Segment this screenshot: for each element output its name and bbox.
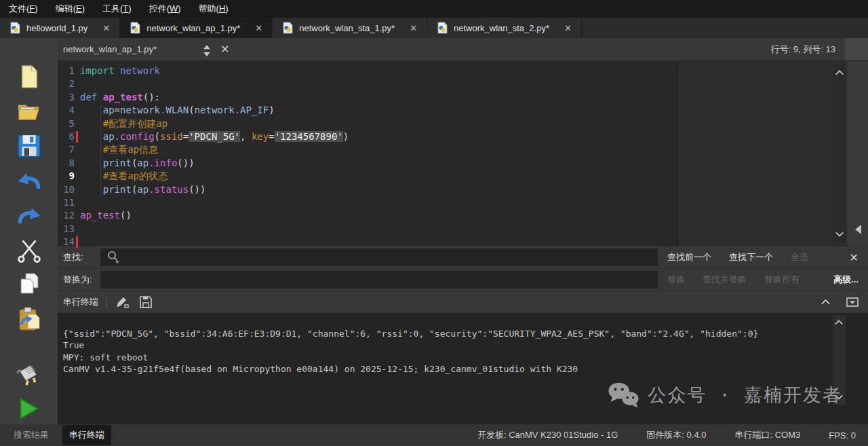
watermark-text: 公众号 · 嘉楠开发者 <box>648 383 842 407</box>
code-text: print(ap.info()) <box>80 157 195 170</box>
panel-expander-strip <box>847 61 868 246</box>
tab-close-icon[interactable]: ✕ <box>102 23 110 33</box>
serial-terminal-title: 串行终端 <box>58 296 98 308</box>
menu-item-t[interactable]: 工具(T) <box>94 3 140 15</box>
line-number: 13 <box>58 223 75 236</box>
serial-terminal-output[interactable]: {"ssid":"PDCN_5G", "bssid":34:A6:EF:E3:D… <box>58 313 868 424</box>
code-line: 13 <box>58 223 677 236</box>
clear-terminal-icon[interactable] <box>115 295 130 310</box>
code-line: 8 print(ap.info()) <box>58 157 677 170</box>
content-column: network_wlan_ap_1.py* ✕ 行号: 9, 列号: 13 1i… <box>58 38 868 424</box>
close-file-icon[interactable]: ✕ <box>220 43 229 56</box>
collapse-terminal-icon[interactable] <box>818 295 833 310</box>
tab-close-icon[interactable]: ✕ <box>564 23 572 33</box>
copy-icon[interactable] <box>15 272 43 297</box>
replace-input[interactable] <box>100 271 658 289</box>
redo-icon[interactable] <box>15 202 43 228</box>
code-line: 7 #查看ap信息 <box>58 143 677 156</box>
tab-network_wlan_sta_2py[interactable]: network_wlan_sta_2.py*✕ <box>427 18 582 38</box>
run-icon[interactable] <box>15 396 43 422</box>
undo-icon[interactable] <box>15 168 43 193</box>
open-file-selector[interactable]: network_wlan_ap_1.py* <box>63 44 203 54</box>
scroll-up-icon[interactable] <box>834 318 844 328</box>
code-text: ap.config(ssid='PDCN_5G', key='123456789… <box>80 130 349 143</box>
find-label: 查找: <box>58 251 100 263</box>
code-line: 11 <box>58 196 677 209</box>
line-number: 1 <box>58 64 75 77</box>
replace-button: 替换 <box>667 274 685 286</box>
menu-item-w[interactable]: 控件(W) <box>140 3 190 15</box>
replace-button: 替换所有 <box>764 274 800 286</box>
replace-row: 替换为: 替换查找并替换替换所有高级... <box>58 268 868 291</box>
terminal-line: CanMV v1.4-35-g21f5e4f(based on Micropyt… <box>63 363 868 375</box>
terminal-line: MPY: soft reboot <box>63 352 868 363</box>
menu-item-f[interactable]: 文件(F) <box>0 3 47 15</box>
find-button[interactable]: 查找下一个 <box>729 251 773 263</box>
code-line: 10 print(ap.status()) <box>58 183 677 196</box>
expand-panel-arrow-icon[interactable] <box>854 224 862 235</box>
wechat-icon <box>607 381 641 409</box>
replace-label: 替换为: <box>58 274 100 286</box>
editor-area: 1import network23def ap_test():4 ap=netw… <box>58 61 868 246</box>
line-number: 8 <box>58 157 75 170</box>
find-input[interactable] <box>100 248 658 266</box>
menu-item-e[interactable]: 编辑(E) <box>47 3 94 15</box>
scroll-down-icon[interactable] <box>835 228 844 240</box>
status-串行端口: 串行端口: COM3 <box>734 429 800 441</box>
line-col-indicator: 行号: 9, 列号: 13 <box>771 43 835 56</box>
python-file-icon <box>130 22 140 34</box>
code-line: 6 ap.config(ssid='PDCN_5G', key='1234567… <box>58 130 677 143</box>
advanced-button[interactable]: 高级... <box>833 274 859 286</box>
tab-bar: helloworld_1.py✕network_wlan_ap_1.py*✕ne… <box>0 18 868 38</box>
open-folder-icon[interactable] <box>15 98 43 124</box>
line-number: 3 <box>58 91 75 104</box>
line-number: 2 <box>58 77 75 90</box>
bottom-tab-串行终端[interactable]: 串行终端 <box>62 425 111 445</box>
code-line: 14 <box>58 236 677 248</box>
tab-network_wlan_sta_1py[interactable]: network_wlan_sta_1.py*✕ <box>273 18 427 38</box>
code-text: #配置并创建ap <box>80 117 167 130</box>
bottom-panel-tabs: 搜索结果串行终端 <box>0 425 111 445</box>
menu-item-h[interactable]: 帮助(H) <box>190 3 237 15</box>
change-marker <box>76 131 78 143</box>
find-close-icon[interactable]: ✕ <box>850 251 859 264</box>
save-log-icon[interactable] <box>138 295 153 310</box>
search-options-icon[interactable] <box>106 250 122 264</box>
code-line: 2 <box>58 77 677 90</box>
line-number: 10 <box>58 183 75 196</box>
connect-icon[interactable] <box>15 361 43 387</box>
main-area: network_wlan_ap_1.py* ✕ 行号: 9, 列号: 13 1i… <box>0 38 868 424</box>
file-selector-spinner-icon[interactable] <box>203 44 211 55</box>
find-buttons-row2: 替换查找并替换替换所有高级... <box>658 274 868 286</box>
restore-terminal-icon[interactable] <box>845 295 860 310</box>
new-file-icon[interactable] <box>15 64 43 90</box>
find-button[interactable]: 查找前一个 <box>667 251 711 263</box>
save-icon[interactable] <box>15 133 43 159</box>
code-line: 4 ap=network.WLAN(network.AP_IF) <box>58 104 677 117</box>
editor-header: network_wlan_ap_1.py* ✕ 行号: 9, 列号: 13 <box>58 38 868 61</box>
tab-close-icon[interactable]: ✕ <box>255 23 262 33</box>
tab-helloworld_1py[interactable]: helloworld_1.py✕ <box>0 18 120 38</box>
header-corner <box>845 38 868 60</box>
bottom-tab-搜索结果[interactable]: 搜索结果 <box>7 425 56 445</box>
cut-icon[interactable] <box>15 237 43 263</box>
tab-close-icon[interactable]: ✕ <box>410 23 417 33</box>
line-number: 9 <box>58 170 75 183</box>
code-text: print(ap.status()) <box>80 183 205 196</box>
tab-label: network_wlan_ap_1.py* <box>146 23 240 33</box>
preview-scrollbar[interactable] <box>833 64 846 243</box>
terminal-window-controls <box>806 295 860 310</box>
line-number: 6 <box>58 130 75 143</box>
line-number: 7 <box>58 143 75 156</box>
scroll-up-icon[interactable] <box>835 67 844 79</box>
tab-network_wlan_ap_1py[interactable]: network_wlan_ap_1.py*✕ <box>120 18 273 38</box>
code-text: ap_test() <box>80 209 132 222</box>
find-button: 全选 <box>791 251 808 263</box>
terminal-line: True <box>63 339 868 351</box>
code-line: 12ap_test() <box>58 209 677 222</box>
code-text: import network <box>80 64 160 77</box>
code-editor[interactable]: 1import network23def ap_test():4 ap=netw… <box>58 61 677 246</box>
find-row: 查找: 查找前一个查找下一个全选✕ <box>58 246 868 268</box>
status-固件版本: 固件版本: 0.4.0 <box>646 429 706 441</box>
paste-icon[interactable] <box>15 306 43 332</box>
